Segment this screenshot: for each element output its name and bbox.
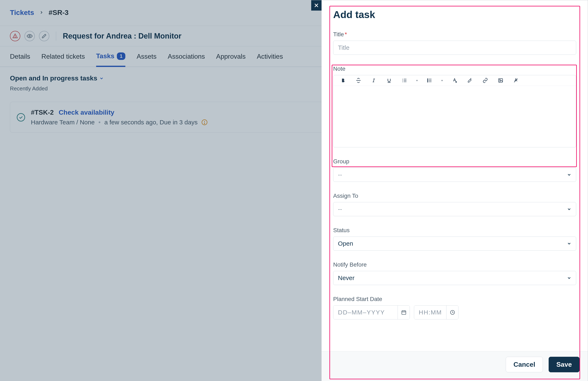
page-title: Request for Andrea : Dell Monitor [63, 32, 182, 40]
svg-point-2 [29, 35, 30, 37]
close-button[interactable] [311, 0, 322, 11]
svg-line-9 [373, 79, 374, 82]
task-card[interactable]: #TSK-2 Check availability Hardware Team … [10, 102, 323, 133]
tab-tasks-badge: 1 [117, 52, 125, 60]
watch-icon[interactable] [24, 31, 35, 41]
group-field-label: Group [333, 158, 576, 165]
task-status-icon[interactable] [17, 113, 25, 121]
task-title-link[interactable]: Check availability [59, 109, 114, 116]
status-select[interactable]: Open [333, 237, 576, 251]
svg-rect-26 [499, 79, 503, 82]
time-field[interactable] [414, 306, 446, 319]
svg-point-24 [427, 81, 428, 82]
note-field-label: Note [333, 66, 576, 72]
svg-line-28 [514, 79, 518, 82]
tab-tasks-label: Tasks [96, 52, 114, 60]
tab-related-tickets[interactable]: Related tickets [42, 46, 85, 67]
text-color-icon[interactable] [451, 77, 458, 84]
notify-before-select-value: Never [338, 274, 355, 282]
add-task-modal: Add task Title* Note 123 ▾ ▾ [322, 0, 588, 381]
breadcrumb-tickets-link[interactable]: Tickets [10, 8, 34, 17]
tab-approvals[interactable]: Approvals [216, 46, 246, 67]
italic-icon[interactable] [370, 77, 377, 84]
strikethrough-icon[interactable] [355, 77, 362, 84]
planned-start-time-input[interactable] [414, 305, 459, 319]
tab-activities[interactable]: Activities [257, 46, 283, 67]
task-meta-group: Hardware Team / None [31, 119, 95, 126]
alert-icon[interactable] [10, 31, 20, 41]
chevron-right-icon [39, 10, 44, 15]
clock-icon[interactable] [446, 306, 458, 319]
assign-to-select[interactable]: -- [333, 202, 576, 216]
planned-start-date-label: Planned Start Date [333, 296, 576, 302]
unordered-list-icon[interactable] [426, 77, 433, 84]
svg-point-22 [427, 79, 428, 79]
planned-start-date-input[interactable] [333, 305, 410, 319]
svg-rect-29 [402, 311, 406, 314]
highlight-icon[interactable] [466, 77, 473, 84]
unordered-list-dropdown-icon[interactable]: ▾ [441, 79, 443, 82]
tab-associations[interactable]: Associations [168, 46, 205, 67]
status-field-label: Status [333, 227, 576, 234]
svg-text:3: 3 [402, 81, 403, 83]
bold-icon[interactable] [339, 77, 347, 84]
image-icon[interactable] [497, 77, 504, 84]
chevron-down-icon [567, 207, 571, 211]
edit-icon[interactable] [39, 31, 49, 41]
chevron-down-icon [567, 173, 571, 177]
group-select[interactable]: -- [333, 168, 576, 182]
title-field-label: Title* [333, 31, 576, 38]
calendar-icon[interactable] [398, 306, 410, 319]
filter-title-label: Open and In progress tasks [10, 74, 97, 82]
svg-point-23 [427, 80, 428, 81]
assign-to-field-label: Assign To [333, 193, 576, 199]
dot-separator: • [98, 119, 101, 126]
svg-point-27 [500, 80, 500, 80]
chevron-down-icon [567, 276, 571, 280]
clear-format-icon[interactable] [512, 77, 519, 84]
ordered-list-dropdown-icon[interactable]: ▾ [416, 79, 418, 82]
ordered-list-icon[interactable]: 123 [401, 77, 408, 84]
link-icon[interactable] [482, 77, 489, 84]
save-button[interactable]: Save [549, 357, 580, 372]
notify-before-select[interactable]: Never [333, 271, 576, 285]
group-select-value: -- [338, 171, 342, 178]
svg-point-25 [455, 81, 457, 83]
breadcrumb-current: #SR-3 [49, 8, 69, 17]
overdue-warning-icon [201, 119, 208, 125]
svg-point-5 [204, 123, 205, 124]
task-id: #TSK-2 [31, 109, 54, 116]
chevron-down-icon [567, 241, 571, 246]
cancel-button[interactable]: Cancel [506, 357, 543, 372]
tab-tasks[interactable]: Tasks 1 [96, 46, 126, 67]
svg-point-1 [15, 37, 15, 38]
underline-icon[interactable] [386, 77, 393, 84]
separator [56, 31, 56, 41]
status-select-value: Open [338, 240, 353, 247]
chevron-down-icon [99, 76, 104, 81]
modal-title: Add task [333, 9, 576, 20]
date-field[interactable] [333, 306, 398, 319]
task-meta-time: a few seconds ago, Due in 3 days [104, 119, 197, 126]
notify-before-field-label: Notify Before [333, 261, 576, 268]
tab-assets[interactable]: Assets [137, 46, 156, 67]
title-input[interactable] [333, 41, 576, 55]
tab-details[interactable]: Details [10, 46, 30, 67]
assign-to-select-value: -- [338, 206, 342, 213]
note-textarea[interactable] [333, 86, 576, 147]
note-editor: 123 ▾ ▾ [333, 75, 576, 147]
